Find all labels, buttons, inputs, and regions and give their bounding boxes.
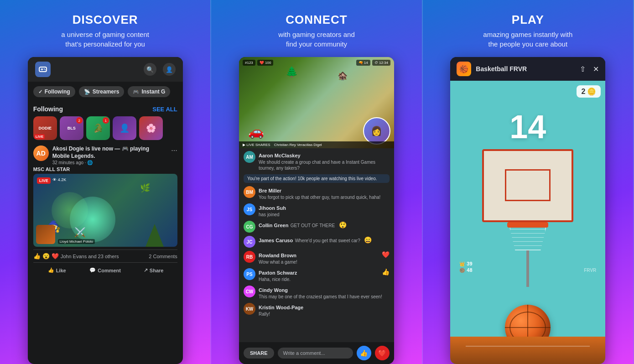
like-reaction: 👍 xyxy=(382,268,390,276)
chat-avatar-cindy: CW xyxy=(244,286,255,297)
share-icon[interactable]: ⇧ xyxy=(580,65,586,73)
basketball-game-area[interactable]: 2 🪙 14 👑 39 🏀 xyxy=(450,81,605,364)
chat-emoji-collin: 😲 xyxy=(339,221,347,229)
view-count: 👁 4.2K xyxy=(52,177,67,182)
chat-name-collin: Collin Green xyxy=(259,223,288,228)
live-badge: LIVE xyxy=(34,134,45,139)
notif-badge-2: 2 xyxy=(76,117,83,124)
share-action-icon: ↗ xyxy=(144,267,148,273)
comment-action-icon: 💬 xyxy=(89,267,96,273)
svg-point-3 xyxy=(44,68,45,69)
chat-text-collin: GET OUT OF THERE xyxy=(291,223,335,228)
chat-content-paxton: Paxton Schwarz Haha, nice ride. xyxy=(259,268,379,282)
player2-stat: 🏀 48 xyxy=(459,267,472,273)
chat-avatar-aaron: AM xyxy=(244,151,255,163)
follow-avatar-2[interactable]: BLS 2 xyxy=(60,116,83,140)
chat-text-aaron: We should create a group chat and have a… xyxy=(259,159,390,171)
panel-connect: CONNECT with gaming creators andfind you… xyxy=(211,0,422,364)
connect-phone: 🚗 🌲 🏚️ 🌾 #123 ❤️ 100 🔫 14 ⏱ 12:34 👩 xyxy=(239,57,394,364)
basketball-net xyxy=(509,228,546,250)
chat-avatar-paxton: PS xyxy=(244,268,255,280)
comment-input-bar: SHARE Write a comment... 👍 ❤️ xyxy=(239,342,394,364)
chat-name-kristin: Kristin Wood-Page xyxy=(259,305,303,310)
chat-text-rowland: Wow what a game! xyxy=(259,259,379,265)
chat-name-cindy: Cindy Wong xyxy=(259,287,288,293)
comment-count: 2 Comments xyxy=(149,254,177,259)
following-section: Following SEE ALL DODIE LIVE BLS 2 🐊 1 👤 xyxy=(28,102,183,142)
chat-message-paxton: PS Paxton Schwarz Haha, nice ride. 👍 xyxy=(244,268,390,282)
post-timestamp: 32 minutes ago · 🌐 xyxy=(52,160,168,165)
tab-following[interactable]: ✓ Following xyxy=(33,86,75,97)
heart-emoji: ❤️ xyxy=(52,253,59,260)
chat-avatar-kristin: KW xyxy=(244,303,255,315)
chat-name-paxton: Paxton Schwarz xyxy=(259,270,297,276)
like-button[interactable]: 👍 xyxy=(357,346,371,360)
discover-phone: 🔍 👤 ✓ Following 📡 Streamers 🎮 Instant G … xyxy=(28,57,183,364)
comment-action-button[interactable]: 💬 Comment xyxy=(82,265,129,275)
eye-icon: 👁 xyxy=(52,177,57,182)
backboard-inner-rect xyxy=(505,169,551,201)
hud-left: #123 ❤️ 100 xyxy=(243,60,273,66)
follow-avatar-3[interactable]: 🐊 1 xyxy=(86,116,110,140)
topbar-icons: 🔍 👤 xyxy=(144,63,176,76)
search-icon[interactable]: 🔍 xyxy=(144,63,156,76)
main-score-display: 14 xyxy=(509,108,546,146)
see-all-link[interactable]: SEE ALL xyxy=(152,106,177,113)
streamer-thumbnail xyxy=(36,225,55,244)
follow-avatar-5[interactable]: 🌸 xyxy=(139,116,163,140)
share-button[interactable]: SHARE xyxy=(244,348,274,359)
chat-text-cindy: This may be one of the craziest games th… xyxy=(259,294,390,300)
hud-right: 🔫 14 ⏱ 12:34 xyxy=(356,60,390,66)
comment-input-field[interactable]: Write a comment... xyxy=(278,348,353,359)
heart-button[interactable]: ❤️ xyxy=(375,346,390,360)
chat-message-jihoon: JS Jihoon Suh has joined xyxy=(244,203,390,218)
tab-streamers[interactable]: 📡 Streamers xyxy=(79,86,125,97)
chat-avatar-rowland: RB xyxy=(244,251,255,263)
player2-score: 48 xyxy=(467,267,472,273)
chat-content-kristin: Kristin Wood-Page Rally! xyxy=(259,303,390,317)
tree-element xyxy=(146,224,164,247)
post-author-name: Akosi Dogie is live now — 🎮 playing Mobi… xyxy=(52,146,168,160)
connect-title: CONNECT xyxy=(286,13,348,27)
chat-avatar-collin: CG xyxy=(244,221,255,233)
like-action-icon: 👍 xyxy=(48,267,54,273)
notif-badge-3: 1 xyxy=(103,117,109,124)
chat-name-rowland: Rowland Brown xyxy=(259,253,296,258)
following-label: Following xyxy=(33,105,63,113)
following-avatars-row: DODIE LIVE BLS 2 🐊 1 👤 🌸 xyxy=(33,116,177,140)
coin-score-badge: 2 🪙 xyxy=(577,85,601,98)
coin-icon: 🪙 xyxy=(587,87,596,96)
discover-title: DISCOVER xyxy=(73,13,138,27)
game-title-text: Basketball FRVR xyxy=(476,65,575,73)
player1-score: 39 xyxy=(467,261,472,266)
post-more-button[interactable]: ··· xyxy=(171,146,177,155)
reaction-counts: 👍 😮 ❤️ John Evans and 23 others 2 Commen… xyxy=(33,253,177,260)
coin-score-number: 2 xyxy=(581,88,585,96)
live-indicator: LIVE xyxy=(37,177,51,184)
streamers-tab-icon: 📡 xyxy=(84,89,90,95)
chat-text-james: Where'd you get that sweet car? xyxy=(295,238,360,243)
tab-instant-games[interactable]: 🎮 Instant G xyxy=(128,86,170,97)
close-icon[interactable]: ✕ xyxy=(593,65,599,73)
wow-emoji: 😮 xyxy=(42,253,50,260)
play-phone: 🏀 Basketball FRVR ⇧ ✕ 2 🪙 14 xyxy=(450,57,605,364)
post-meta: Akosi Dogie is live now — 🎮 playing Mobi… xyxy=(52,146,168,165)
chat-name-aaron: Aaron McClaskey xyxy=(259,153,301,158)
game-screenshot[interactable]: 🧙 ⚔️ 🌿 LIVE 👁 4.2K Lloyd Michael Pololo xyxy=(33,174,177,247)
chat-name-james: James Caruso xyxy=(259,238,293,243)
post-card: AD Akosi Dogie is live now — 🎮 playing M… xyxy=(28,142,183,279)
like-action-button[interactable]: 👍 Like xyxy=(33,265,81,275)
chat-avatar-james: JC xyxy=(244,236,255,248)
follow-avatar-4[interactable]: 👤 xyxy=(113,116,136,140)
profile-icon[interactable]: 👤 xyxy=(163,63,176,76)
game-hud: #123 ❤️ 100 🔫 14 ⏱ 12:34 xyxy=(239,57,394,68)
backboard xyxy=(482,149,573,222)
post-actions: 👍 Like 💬 Comment ↗ Share xyxy=(33,262,177,275)
crown-icon: 👑 xyxy=(459,261,465,266)
frvr-watermark: FRVR xyxy=(584,268,596,273)
follow-avatar-1[interactable]: DODIE LIVE xyxy=(33,116,57,140)
share-action-button[interactable]: ↗ Share xyxy=(130,265,177,275)
chat-content-jihoon: Jihoon Suh has joined xyxy=(259,203,390,218)
svg-point-4 xyxy=(45,69,46,70)
connect-subtitle: with gaming creators andfind your commun… xyxy=(278,30,355,49)
